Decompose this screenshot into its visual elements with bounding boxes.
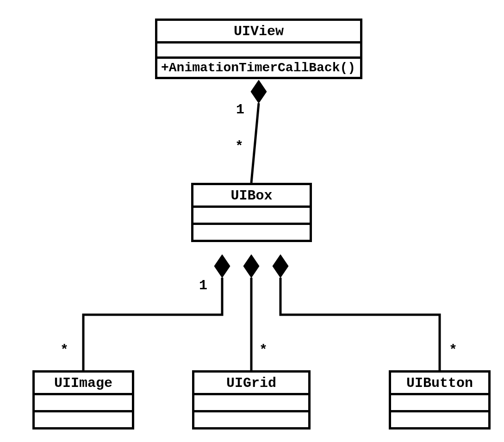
class-attrs-uibox xyxy=(193,208,310,225)
class-attrs-uigrid xyxy=(194,395,308,412)
uml-class-diagram: UIView +AnimationTimerCallBack() UIBox U… xyxy=(0,0,504,442)
class-title-uibutton: UIButton xyxy=(391,373,488,395)
composition-diamond-uiview xyxy=(251,80,267,103)
class-uibutton: UIButton xyxy=(389,370,491,430)
composition-diamond-uibox-left xyxy=(214,255,230,278)
class-uiview: UIView +AnimationTimerCallBack() xyxy=(155,19,362,79)
class-attrs-uibutton xyxy=(391,395,488,412)
composition-diamond-uibox-mid xyxy=(243,255,259,278)
composition-diamond-uibox-right xyxy=(273,255,288,278)
class-uiimage: UIImage xyxy=(32,370,134,430)
class-uibox: UIBox xyxy=(191,183,312,242)
class-attrs-uiview xyxy=(157,44,360,59)
class-ops-uibutton xyxy=(391,412,488,427)
mult-uibox-1: 1 xyxy=(199,278,207,293)
class-ops-uiimage xyxy=(35,412,132,427)
class-title-uiimage: UIImage xyxy=(35,373,132,395)
class-uigrid: UIGrid xyxy=(192,370,311,430)
class-op-uiview: +AnimationTimerCallBack() xyxy=(157,59,360,77)
class-attrs-uiimage xyxy=(35,395,132,412)
class-ops-uigrid xyxy=(194,412,308,427)
mult-uiview-1: 1 xyxy=(236,102,244,118)
class-title-uigrid: UIGrid xyxy=(194,373,308,395)
class-title-uiview: UIView xyxy=(157,21,360,44)
class-title-uibox: UIBox xyxy=(193,185,310,208)
connector-uibox-uibutton xyxy=(280,278,440,370)
connector-uiview-uibox xyxy=(251,103,259,183)
mult-uiimage-star: * xyxy=(60,342,68,358)
mult-uibutton-star: * xyxy=(449,342,457,358)
mult-uiview-star: * xyxy=(235,139,243,155)
class-ops-uibox xyxy=(193,225,310,240)
mult-uigrid-star: * xyxy=(259,342,268,358)
